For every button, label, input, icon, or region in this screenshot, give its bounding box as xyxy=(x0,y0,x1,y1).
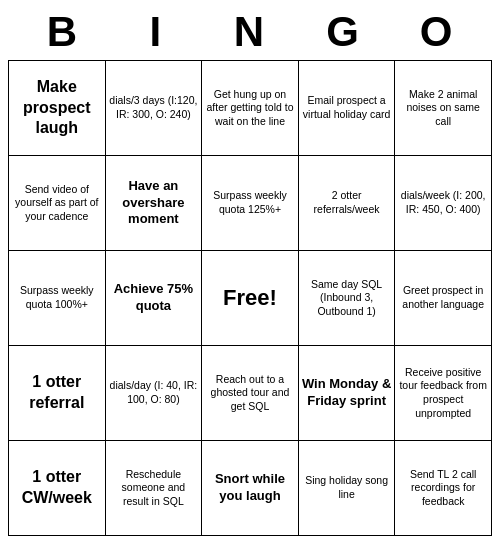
bingo-cell-11: Achieve 75% quota xyxy=(106,251,203,346)
bingo-title: B I N G O xyxy=(8,8,492,56)
bingo-cell-3: Email prospect a virtual holiday card xyxy=(299,61,396,156)
bingo-cell-19: Receive positive tour feedback from pros… xyxy=(395,346,492,441)
bingo-cell-23: Sing holiday song line xyxy=(299,441,396,536)
bingo-cell-6: Have an overshare moment xyxy=(106,156,203,251)
bingo-cell-15: 1 otter referral xyxy=(9,346,106,441)
bingo-cell-4: Make 2 animal noises on same call xyxy=(395,61,492,156)
bingo-cell-20: 1 otter CW/week xyxy=(9,441,106,536)
title-b: B xyxy=(16,8,110,56)
title-i: I xyxy=(110,8,204,56)
bingo-grid: Make prospect laughdials/3 days (I:120, … xyxy=(8,60,492,536)
bingo-cell-14: Greet prospect in another language xyxy=(395,251,492,346)
bingo-cell-16: dials/day (I: 40, IR: 100, O: 80) xyxy=(106,346,203,441)
bingo-cell-5: Send video of yourself as part of your c… xyxy=(9,156,106,251)
bingo-cell-8: 2 otter referrals/week xyxy=(299,156,396,251)
bingo-cell-13: Same day SQL (Inbound 3, Outbound 1) xyxy=(299,251,396,346)
bingo-cell-9: dials/week (I: 200, IR: 450, O: 400) xyxy=(395,156,492,251)
bingo-cell-10: Surpass weekly quota 100%+ xyxy=(9,251,106,346)
bingo-cell-7: Surpass weekly quota 125%+ xyxy=(202,156,299,251)
bingo-cell-17: Reach out to a ghosted tour and get SQL xyxy=(202,346,299,441)
bingo-cell-12: Free! xyxy=(202,251,299,346)
bingo-cell-18: Win Monday & Friday sprint xyxy=(299,346,396,441)
title-o: O xyxy=(390,8,484,56)
bingo-cell-22: Snort while you laugh xyxy=(202,441,299,536)
bingo-cell-21: Reschedule someone and result in SQL xyxy=(106,441,203,536)
bingo-cell-1: dials/3 days (I:120, IR: 300, O: 240) xyxy=(106,61,203,156)
bingo-cell-2: Get hung up on after getting told to wai… xyxy=(202,61,299,156)
title-g: G xyxy=(297,8,391,56)
bingo-cell-24: Send TL 2 call recordings for feedback xyxy=(395,441,492,536)
bingo-cell-0: Make prospect laugh xyxy=(9,61,106,156)
title-n: N xyxy=(203,8,297,56)
